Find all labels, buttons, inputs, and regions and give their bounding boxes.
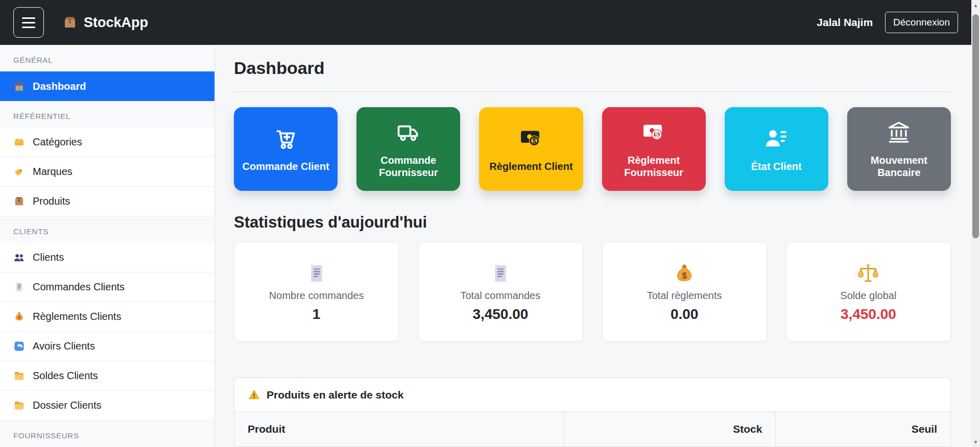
sidebar-section-referentiel: RÉFÉRENTIEL [0,101,214,128]
hamburger-icon [22,17,35,19]
sidebar-item-label: Dossier Clients [33,400,101,411]
stat-cards: Nombre commandes 1 Total commandes 3,450… [234,242,951,342]
quick-action-label: Commande Fournisseur [364,154,453,179]
column-header-seuil: Seuil [776,412,950,447]
sidebar-item-label: Dashboard [33,81,86,92]
svg-text:$: $ [682,270,687,280]
money-bag-icon: $ [673,262,696,285]
return-arrow-icon [13,340,25,352]
svg-text:$: $ [532,137,536,145]
sidebar-item-reglements-clients[interactable]: $ Règlements Clients [0,302,214,332]
title-divider [234,91,951,92]
stats-title: Statistiques d'aujourd'hui [234,213,951,232]
stat-label: Solde global [840,290,896,302]
sidebar-section-clients: CLIENTS [0,216,214,243]
stock-alert-table: Produit Stock Seuil [234,411,950,447]
quick-action-reglement-client[interactable]: $ Règlement Client [479,107,583,191]
house-icon [13,81,25,92]
stat-card-solde-global: Solde global 3,450.00 [786,242,951,342]
quick-action-mouvement-bancaire[interactable]: Mouvement Bancaire [847,107,951,191]
stat-label: Total commandes [461,290,541,302]
svg-text:$: $ [655,131,659,139]
folder-icon [13,370,25,382]
sidebar-item-soldes-clients[interactable]: Soldes Clients [0,361,214,391]
sidebar-item-label: Clients [33,252,64,263]
sidebar: GÉNÉRAL Dashboard RÉFÉRENTIEL Catégories… [0,45,215,447]
logout-button[interactable]: Déconnexion [885,12,958,33]
package-icon [62,15,78,30]
scroll-up-arrow-icon[interactable]: ▲ [971,1,980,9]
sidebar-item-label: Catégories [33,136,82,148]
stock-alert-card: Produits en alerte de stock Produit Stoc… [234,378,951,447]
svg-text:$: $ [18,315,20,320]
stat-value: 1 [313,306,321,322]
bank-icon [886,119,912,146]
money-bag-icon: $ [13,311,25,322]
vertical-scrollbar[interactable]: ▲ ▼ [971,0,980,447]
sidebar-item-label: Soldes Clients [33,370,98,382]
sidebar-item-categories[interactable]: Catégories [0,128,214,157]
stat-value: 3,450.00 [841,306,896,322]
scroll-down-arrow-icon[interactable]: ▼ [971,438,980,446]
app-title: StockApp [84,15,148,31]
truck-icon [395,119,422,146]
quick-actions: Commande Client Commande Fournisseur $ R… [234,107,951,191]
sidebar-item-label: Produits [33,195,70,207]
cart-plus-icon [273,126,299,152]
receipt-icon [489,262,512,285]
users-icon [13,252,25,263]
money-bill-icon: $ [640,119,667,146]
column-header-produit: Produit [234,412,564,447]
user-lines-icon [763,126,790,152]
hamburger-menu-button[interactable] [13,7,44,38]
quick-action-label: Règlement Fournisseur [609,154,699,179]
quick-action-label: État Client [751,160,802,172]
folder-icon [13,400,25,411]
sidebar-item-dashboard[interactable]: Dashboard [0,71,214,101]
stock-alert-header: Produits en alerte de stock [234,378,950,411]
sidebar-section-general: GÉNÉRAL [0,45,214,71]
stat-label: Nombre commandes [269,290,364,302]
stock-alert-title: Produits en alerte de stock [267,389,403,401]
sidebar-item-produits[interactable]: Produits [0,187,214,216]
user-name: Jalal Najim [817,16,873,29]
warning-icon [248,388,260,401]
card-index-icon [13,136,25,148]
quick-action-commande-fournisseur[interactable]: Commande Fournisseur [356,107,460,191]
quick-action-label: Règlement Client [489,160,572,172]
scrollbar-thumb[interactable] [972,14,979,238]
stat-value: 0.00 [671,306,699,322]
quick-action-reglement-fournisseur[interactable]: $ Règlement Fournisseur [602,107,706,191]
sidebar-section-fournisseurs: FOURNISSEURS [0,420,214,447]
sidebar-item-label: Marques [33,166,73,178]
sidebar-item-avoirs-clients[interactable]: Avoirs Clients [0,332,214,361]
stat-card-total-commandes: Total commandes 3,450.00 [418,242,583,342]
stat-card-total-reglements: $ Total règlements 0.00 [602,242,767,342]
receipt-icon [305,262,328,285]
sidebar-item-commandes-clients[interactable]: Commandes Clients [0,272,214,302]
sidebar-item-clients[interactable]: Clients [0,243,214,272]
package-icon [13,195,25,207]
page-title: Dashboard [234,58,951,78]
sidebar-item-label: Commandes Clients [33,281,125,293]
scale-icon [856,262,880,285]
tag-icon [13,166,25,178]
stat-card-nombre-commandes: Nombre commandes 1 [234,242,399,342]
app-brand: StockApp [62,15,148,31]
sidebar-item-label: Règlements Clients [33,311,121,322]
sidebar-item-marques[interactable]: Marques [0,157,214,187]
column-header-stock: Stock [564,412,776,447]
main-content: Dashboard Commande Client Commande Fourn… [215,45,971,447]
top-navbar: StockApp Jalal Najim Déconnexion [0,0,971,45]
sidebar-item-dossier-clients[interactable]: Dossier Clients [0,391,214,420]
stat-label: Total règlements [647,290,722,302]
quick-action-commande-client[interactable]: Commande Client [234,107,338,191]
quick-action-label: Commande Client [243,160,329,172]
sidebar-item-label: Avoirs Clients [33,340,95,352]
receipt-icon [13,281,25,293]
stat-value: 3,450.00 [472,306,528,322]
quick-action-label: Mouvement Bancaire [854,154,944,179]
quick-action-etat-client[interactable]: État Client [725,107,828,191]
money-bill-icon: $ [518,126,544,152]
